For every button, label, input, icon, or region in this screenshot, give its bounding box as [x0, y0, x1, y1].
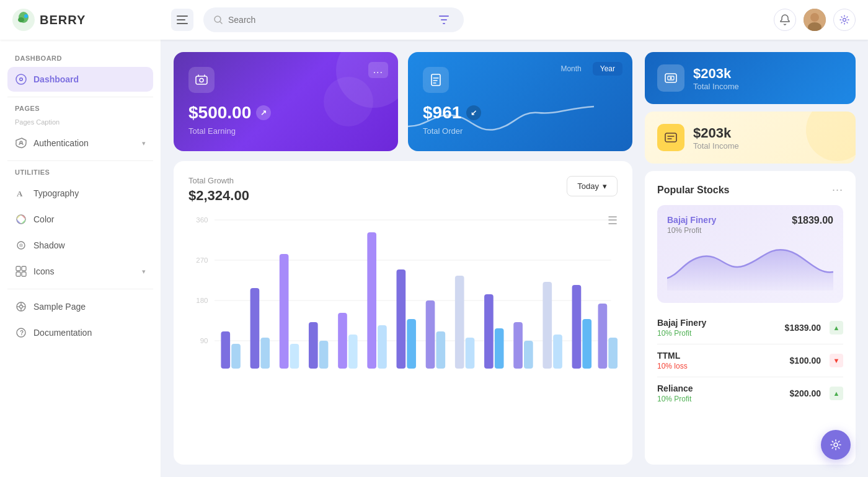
svg-rect-68: [466, 338, 475, 369]
svg-rect-9: [441, 19, 447, 20]
svg-rect-8: [439, 15, 449, 17]
fab-settings-button[interactable]: [821, 430, 851, 460]
stock-ttml-arrow-icon: ▼: [830, 354, 843, 367]
period-buttons: Month Year: [553, 62, 622, 76]
svg-rect-61: [367, 232, 376, 369]
cards-row: ... $500.00 ↗ Total Earning: [174, 52, 632, 151]
sidebar-item-sample-page[interactable]: Sample Page: [7, 294, 153, 319]
shadow-item-label: Shadow: [33, 240, 65, 250]
search-bar: [203, 7, 464, 32]
today-button[interactable]: Today ▾: [567, 176, 618, 196]
stock-bajaj-price: $1839.00: [785, 323, 821, 333]
income-blue-label: Total Income: [693, 82, 739, 91]
table-row: TTML 10% loss $100.00 ▼: [657, 344, 843, 377]
icons-chevron-icon: ▾: [142, 268, 146, 276]
stock-reliance-name: Reliance: [657, 383, 693, 393]
dashboard-icon: [15, 73, 27, 85]
bar-chart: 360 270 180 90: [188, 214, 618, 375]
earning-card-icon: [188, 67, 215, 93]
stocks-title: Popular Stocks: [657, 185, 729, 196]
svg-rect-82: [665, 133, 676, 142]
svg-rect-53: [250, 288, 260, 369]
stock-ttml-name: TTML: [657, 351, 688, 361]
sidebar-item-shadow[interactable]: Shadow: [7, 233, 153, 258]
shadow-icon: [15, 239, 27, 252]
header: BERRY: [0, 0, 868, 40]
svg-rect-66: [436, 331, 445, 369]
svg-rect-74: [553, 335, 562, 369]
sidebar-item-dashboard[interactable]: Dashboard: [7, 67, 153, 92]
order-card-icon: [423, 67, 449, 93]
svg-text:360: 360: [196, 216, 208, 224]
svg-rect-59: [338, 313, 347, 369]
content-right: $203k Total Income $203k Total Income: [645, 52, 856, 465]
stocks-panel: Popular Stocks ··· Bajaj Finery 10% Prof…: [645, 171, 856, 465]
sidebar-item-typography[interactable]: A Typography: [7, 181, 153, 206]
svg-rect-76: [582, 319, 591, 369]
svg-rect-10: [443, 23, 445, 24]
earning-label: Total Earning: [188, 126, 383, 136]
svg-point-3: [24, 14, 28, 18]
sidebar-item-documentation[interactable]: ? Documentation: [7, 320, 153, 345]
icons-icon: [15, 265, 27, 278]
stock-reliance-arrow-icon: ▲: [830, 387, 843, 400]
chart-menu-button[interactable]: ☰: [608, 214, 618, 227]
svg-point-36: [200, 79, 203, 82]
svg-point-17: [20, 79, 22, 80]
table-row: Reliance 10% Profit $200.00 ▲: [657, 377, 843, 409]
sample-page-icon: [15, 300, 27, 313]
svg-rect-6: [177, 23, 188, 24]
today-chevron-icon: ▾: [603, 182, 607, 191]
svg-rect-4: [177, 15, 188, 17]
growth-title-area: Total Growth $2,324.00: [188, 176, 249, 204]
svg-text:A: A: [17, 189, 23, 198]
income-card-blue: $203k Total Income: [645, 52, 856, 104]
year-button[interactable]: Year: [593, 62, 622, 76]
bajaj-header: Bajaj Finery 10% Profit $1839.00: [667, 215, 833, 235]
svg-rect-67: [455, 276, 464, 369]
hamburger-button[interactable]: [171, 9, 193, 31]
logo-icon: [12, 9, 35, 31]
filter-button[interactable]: [434, 10, 454, 30]
svg-point-2: [18, 17, 24, 22]
stock-bajaj-change: 10% Profit: [657, 329, 706, 338]
stocks-menu-button[interactable]: ···: [832, 183, 843, 196]
svg-text:270: 270: [196, 256, 208, 264]
notification-button[interactable]: [774, 9, 796, 31]
settings-button[interactable]: [833, 9, 856, 31]
sidebar-item-authentication[interactable]: Authentication ▾: [7, 131, 153, 155]
svg-rect-70: [495, 328, 504, 369]
growth-header: Total Growth $2,324.00 Today ▾: [188, 176, 618, 204]
typography-icon: A: [15, 187, 27, 199]
bajaj-price: $1839.00: [792, 215, 833, 226]
month-button[interactable]: Month: [553, 62, 588, 76]
search-icon: [213, 15, 223, 25]
svg-rect-55: [280, 254, 289, 369]
earning-menu-button[interactable]: ...: [368, 62, 388, 78]
stock-bajaj-arrow-icon: ▲: [830, 321, 843, 335]
svg-rect-26: [22, 272, 26, 276]
stock-reliance-price: $200.00: [789, 388, 821, 398]
svg-rect-24: [22, 266, 26, 271]
svg-point-28: [20, 305, 23, 309]
svg-rect-71: [513, 322, 523, 369]
main-layout: Dashboard Dashboard Pages Pages Caption: [0, 40, 868, 477]
content-area: ... $500.00 ↗ Total Earning: [161, 40, 868, 477]
search-input[interactable]: [228, 15, 429, 25]
sidebar-section-pages: Pages: [7, 102, 153, 117]
svg-point-81: [670, 77, 672, 79]
svg-rect-72: [524, 341, 533, 369]
svg-rect-56: [290, 344, 299, 369]
total-order-card: Month Year $961 ↙ Total Order: [408, 52, 632, 151]
sidebar-item-color[interactable]: Color: [7, 207, 153, 232]
svg-point-22: [19, 243, 23, 247]
bajaj-profit: 10% Profit: [667, 226, 716, 235]
svg-rect-77: [598, 304, 608, 369]
authentication-item-label: Authentication: [33, 138, 89, 148]
growth-chart-card: Total Growth $2,324.00 Today ▾ ☰: [174, 161, 632, 465]
avatar[interactable]: [804, 9, 826, 31]
typography-item-label: Typography: [33, 188, 79, 198]
sidebar-item-icons[interactable]: Icons ▾: [7, 259, 153, 284]
svg-text:90: 90: [200, 337, 208, 344]
income-yellow-value: $203k: [693, 125, 739, 141]
